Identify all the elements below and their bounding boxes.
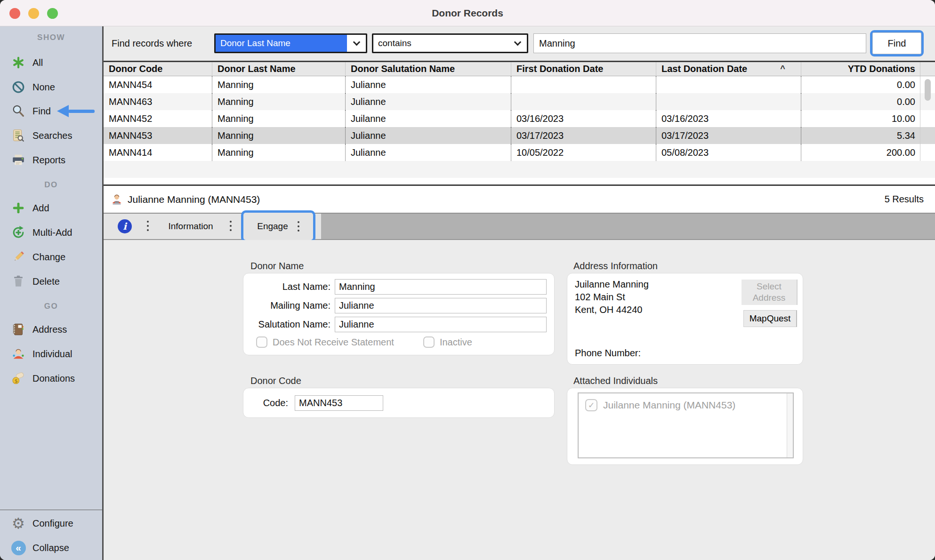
list-scrollbar-track[interactable] (787, 393, 793, 457)
last-name-field[interactable] (335, 279, 547, 295)
table-row[interactable]: MANN414ManningJulianne10/05/202205/08/20… (104, 144, 935, 161)
coin-hand-icon: $ (10, 370, 26, 386)
table-cell-first_date[interactable]: 10/05/2022 (511, 144, 656, 161)
column-header-donor-code[interactable]: Donor Code (104, 62, 212, 76)
zoom-window-button[interactable] (47, 8, 58, 19)
table-cell-salutation[interactable]: Julianne (345, 127, 511, 144)
table-cell-salutation[interactable]: Julianne (345, 93, 511, 110)
tab-information[interactable]: Information (160, 214, 221, 239)
find-button[interactable]: Find (872, 32, 921, 54)
sidebar-item-delete[interactable]: Delete (0, 272, 102, 291)
column-header-ytd-donations[interactable]: YTD Donations (801, 62, 920, 76)
table-cell-last_name[interactable]: Manning (212, 127, 345, 144)
info-icon[interactable]: i (118, 219, 132, 233)
sidebar: SHOW All None Find Searches (0, 26, 104, 560)
table-row[interactable]: MANN452ManningJuilanne03/16/202303/16/20… (104, 110, 935, 127)
sidebar-item-label: Delete (32, 276, 60, 287)
table-cell-ytd[interactable]: 5.34 (801, 127, 920, 144)
close-window-button[interactable] (9, 8, 20, 19)
donor-code-card: Code: (243, 388, 555, 418)
table-cell-last_name[interactable]: Manning (212, 110, 345, 127)
address-city-line: Kent, OH 44240 (575, 304, 649, 316)
last-name-label: Last Name: (243, 281, 335, 292)
code-field[interactable] (295, 395, 383, 411)
mailing-name-field[interactable] (335, 298, 547, 313)
sidebar-item-change[interactable]: Change (0, 248, 102, 266)
table-cell-last_date[interactable]: 05/08/2023 (656, 144, 801, 161)
table-cell-last_name[interactable]: Manning (212, 93, 345, 110)
inactive-label: Inactive (440, 337, 472, 348)
table-cell-salutation[interactable]: Julianne (345, 76, 511, 93)
table-row[interactable]: MANN454ManningJulianne0.00 (104, 76, 935, 93)
operator-select-value: contains (373, 35, 508, 52)
table-cell-code[interactable]: MANN414 (104, 144, 212, 161)
sidebar-item-none[interactable]: None (0, 78, 102, 96)
sidebar-item-configure[interactable]: ⚙ Configure (0, 514, 102, 533)
column-header-donor-salutation-name[interactable]: Donor Salutation Name (345, 62, 511, 76)
table-cell-last_date[interactable]: 03/16/2023 (656, 110, 801, 127)
tab-engage[interactable]: Engage (257, 221, 288, 232)
table-cell-code[interactable]: MANN452 (104, 110, 212, 127)
magnifier-icon (10, 103, 26, 119)
table-cell-first_date[interactable]: 03/16/2023 (511, 110, 656, 127)
table-header: Donor Code Donor Last Name Donor Salutat… (104, 62, 935, 76)
sidebar-item-searches[interactable]: Searches (0, 126, 102, 145)
sidebar-item-address[interactable]: Address (0, 320, 102, 339)
table-cell-last_name[interactable]: Manning (212, 144, 345, 161)
field-select[interactable]: Donor Last Name (214, 33, 367, 53)
table-filler-row (104, 178, 935, 184)
asterisk-icon (10, 55, 26, 71)
sidebar-item-all[interactable]: All (0, 53, 102, 72)
tab-options-dots-icon[interactable] (147, 221, 149, 231)
table-cell-first_date[interactable] (511, 76, 656, 93)
table-cell-salutation[interactable]: Juilanne (345, 110, 511, 127)
checkmark-icon: ✓ (588, 400, 595, 410)
does-not-receive-statement-checkbox[interactable] (256, 336, 267, 348)
attached-individual-item[interactable]: ✓ Juilanne Manning (MANN453) (585, 399, 793, 411)
sidebar-item-label: None (32, 82, 55, 93)
table-cell-ytd[interactable]: 10.00 (801, 110, 920, 127)
tab-bar: i Information Engage (104, 213, 935, 240)
column-header-last-donation-date[interactable]: Last Donation Date ^ (656, 62, 801, 76)
table-scrollbar[interactable] (925, 79, 931, 101)
column-header-first-donation-date[interactable]: First Donation Date (511, 62, 656, 76)
attached-individual-checkbox[interactable]: ✓ (585, 399, 597, 411)
sidebar-item-individual[interactable]: Individual (0, 344, 102, 363)
table-row[interactable]: MANN453ManningJulianne03/17/202303/17/20… (104, 127, 935, 144)
title-bar: Donor Records (0, 0, 935, 26)
table-cell-ytd[interactable]: 0.00 (801, 93, 920, 110)
table-cell-code[interactable]: MANN463 (104, 93, 212, 110)
sidebar-item-donations[interactable]: $ Donations (0, 369, 102, 388)
plus-icon (10, 200, 26, 216)
inactive-checkbox[interactable] (423, 336, 435, 348)
minimize-window-button[interactable] (28, 8, 39, 19)
select-address-button[interactable]: Select Address (742, 280, 798, 305)
table-cell-salutation[interactable]: Julianne (345, 144, 511, 161)
table-cell-ytd[interactable]: 0.00 (801, 76, 920, 93)
operator-select[interactable]: contains (372, 33, 528, 53)
sidebar-item-multi-add[interactable]: Multi-Add (0, 223, 102, 242)
annotation-ring-find-button: Find (870, 30, 924, 56)
table-cell-last_date[interactable] (656, 76, 801, 93)
salutation-name-field[interactable] (335, 317, 547, 332)
table-cell-first_date[interactable] (511, 93, 656, 110)
table-cell-last_name[interactable]: Manning (212, 76, 345, 93)
sidebar-item-collapse[interactable]: « Collapse (0, 538, 102, 557)
table-cell-last_date[interactable]: 03/17/2023 (656, 127, 801, 144)
table-cell-first_date[interactable]: 03/17/2023 (511, 127, 656, 144)
table-cell-code[interactable]: MANN453 (104, 127, 212, 144)
sidebar-item-label: Configure (32, 518, 73, 529)
table-cell-ytd[interactable]: 200.00 (801, 144, 920, 161)
donor-records-window: Donor Records SHOW All None Find (0, 0, 935, 560)
mapquest-button[interactable]: MapQuest (743, 310, 797, 327)
sidebar-item-reports[interactable]: Reports (0, 151, 102, 169)
tab-options-dots-icon[interactable] (298, 221, 299, 232)
tab-options-dots-icon[interactable] (230, 221, 232, 231)
table-cell-last_date[interactable] (656, 93, 801, 110)
table-cell-code[interactable]: MANN454 (104, 76, 212, 93)
sidebar-section-show: SHOW (0, 33, 102, 42)
table-row[interactable]: MANN463ManningJulianne0.00 (104, 93, 935, 110)
sidebar-item-add[interactable]: Add (0, 199, 102, 217)
search-value-input[interactable] (533, 33, 866, 53)
column-header-donor-last-name[interactable]: Donor Last Name (212, 62, 345, 76)
